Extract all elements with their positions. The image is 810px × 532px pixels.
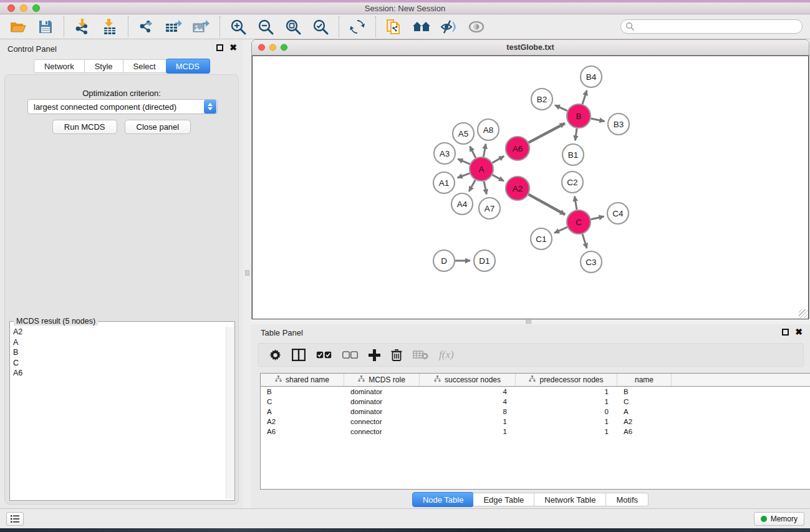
run-mcds-button[interactable]: Run MCDS — [52, 120, 117, 134]
graph-node-C2[interactable]: C2 — [562, 172, 583, 193]
zoom-network-button[interactable] — [281, 44, 287, 51]
task-history-button[interactable] — [6, 512, 24, 526]
graph-edge-C-C4[interactable] — [591, 216, 604, 220]
column-header-shared-name[interactable]: shared name — [261, 374, 344, 386]
graph-edge-A-A6[interactable] — [492, 156, 504, 163]
add-icon[interactable] — [369, 349, 380, 361]
open-file-icon[interactable] — [7, 17, 29, 37]
graph-node-A8[interactable]: A8 — [478, 119, 499, 140]
graph-edge-C-C1[interactable] — [554, 227, 567, 233]
show-hide-graphics-icon[interactable] — [438, 17, 460, 37]
result-list-item[interactable]: A2 — [11, 327, 226, 337]
table-cell[interactable]: dominator — [344, 407, 420, 417]
delete-table-icon[interactable] — [413, 350, 428, 360]
graph-node-B4[interactable]: B4 — [581, 66, 602, 87]
tab-select[interactable]: Select — [123, 59, 166, 73]
result-scrollbar[interactable] — [226, 327, 234, 499]
vertical-splitter[interactable] — [243, 39, 251, 508]
deselect-all-icon[interactable] — [342, 351, 358, 359]
import-table-icon[interactable] — [99, 17, 120, 37]
column-header-MCDS-role[interactable]: MCDS role — [344, 374, 420, 386]
network-window-titlebar[interactable]: testGlobe.txt — [252, 40, 809, 56]
memory-button[interactable]: Memory — [754, 512, 804, 526]
table-cell[interactable]: A — [261, 407, 344, 417]
table-cell[interactable]: C — [617, 397, 672, 407]
tab-mcds[interactable]: MCDS — [166, 59, 210, 74]
graph-node-C1[interactable]: C1 — [531, 228, 552, 249]
show-columns-icon[interactable] — [292, 349, 306, 361]
zoom-selected-icon[interactable] — [310, 17, 331, 37]
mcds-result-list[interactable]: A2ABCA6 — [11, 327, 226, 499]
delete-icon[interactable] — [391, 349, 402, 361]
table-cell[interactable]: A2 — [261, 417, 344, 427]
graph-edge-A-A3[interactable] — [458, 159, 470, 164]
level-of-detail-icon[interactable] — [466, 17, 487, 37]
duplicate-network-icon[interactable] — [383, 17, 405, 37]
table-cell[interactable]: dominator — [344, 387, 420, 397]
home-icon[interactable] — [411, 17, 432, 37]
table-cell[interactable]: B — [261, 387, 344, 397]
minimize-window-button[interactable] — [20, 4, 27, 12]
graph-edge-A-A8[interactable] — [483, 144, 486, 157]
table-cell[interactable]: 1 — [516, 417, 617, 427]
table-cell[interactable]: A6 — [261, 427, 344, 437]
close-table-panel-icon[interactable]: ✖ — [795, 329, 803, 336]
tab-network[interactable]: Network — [34, 59, 85, 73]
graph-edge-B-B2[interactable] — [555, 105, 567, 111]
table-cell[interactable]: A6 — [617, 427, 672, 437]
table-row[interactable]: Adominator80A — [261, 407, 810, 417]
zoom-window-button[interactable] — [32, 4, 40, 12]
result-list-item[interactable]: A6 — [11, 368, 226, 379]
minimize-network-button[interactable] — [269, 44, 276, 51]
graph-edge-C-C2[interactable] — [575, 196, 577, 210]
table-row[interactable]: A2connector11A2 — [261, 417, 810, 427]
search-input[interactable] — [635, 21, 802, 32]
column-header-name[interactable]: name — [617, 374, 672, 386]
column-header-successor-nodes[interactable]: successor nodes — [420, 374, 516, 386]
graph-edge-B-B4[interactable] — [582, 90, 587, 104]
table-cell[interactable]: A — [617, 407, 672, 417]
table-cell[interactable]: 4 — [420, 397, 516, 407]
float-table-panel-icon[interactable] — [782, 329, 789, 336]
close-window-button[interactable] — [7, 4, 15, 12]
graph-edge-A-A1[interactable] — [458, 173, 470, 178]
table-cell[interactable]: connector — [344, 427, 420, 437]
select-all-icon[interactable] — [316, 351, 332, 359]
table-cell[interactable]: 8 — [420, 407, 516, 417]
graph-node-C[interactable]: C — [567, 210, 591, 234]
graph-node-D1[interactable]: D1 — [474, 250, 495, 271]
graph-node-D[interactable]: D — [433, 250, 455, 271]
zoom-out-icon[interactable] — [255, 17, 276, 37]
network-canvas[interactable]: AA1A2A3A4A5A6A7A8BB1B2B3B4CC1C2C3C4DD1 — [252, 56, 809, 319]
tab-style[interactable]: Style — [85, 59, 123, 73]
graph-edge-A6-B[interactable] — [529, 123, 565, 143]
graph-node-A[interactable]: A — [470, 157, 493, 181]
table-cell[interactable]: 1 — [420, 417, 516, 427]
graph-node-B3[interactable]: B3 — [608, 114, 629, 135]
resize-grip-icon[interactable] — [799, 309, 808, 318]
table-cell[interactable]: B — [617, 387, 672, 397]
close-panel-icon[interactable]: ✖ — [229, 44, 237, 51]
tab-edge-table[interactable]: Edge Table — [473, 493, 534, 506]
table-cell[interactable]: 4 — [420, 387, 516, 397]
table-cell[interactable]: 1 — [516, 397, 617, 407]
zoom-fit-icon[interactable] — [282, 17, 304, 37]
graph-edge-B-B3[interactable] — [591, 118, 605, 121]
table-cell[interactable]: C — [261, 397, 344, 407]
save-session-icon[interactable] — [35, 17, 56, 37]
result-list-item[interactable]: A — [11, 337, 226, 348]
column-header-predecessor-nodes[interactable]: predecessor nodes — [516, 374, 617, 386]
table-settings-gear-icon[interactable] — [269, 349, 281, 361]
graph-node-A6[interactable]: A6 — [506, 137, 529, 160]
graph-edge-A-A5[interactable] — [470, 146, 476, 158]
table-row[interactable]: A6connector11A6 — [261, 427, 810, 437]
graph-node-A2[interactable]: A2 — [506, 177, 529, 200]
window-titlebar[interactable]: Session: New Session — [0, 2, 810, 14]
horizontal-splitter[interactable] — [251, 319, 810, 324]
graph-edge-A-A7[interactable] — [484, 181, 486, 195]
graph-node-C3[interactable]: C3 — [581, 251, 602, 273]
graph-node-A3[interactable]: A3 — [434, 143, 455, 164]
graph-node-A4[interactable]: A4 — [451, 193, 473, 215]
graph-edge-A-A2[interactable] — [493, 175, 504, 181]
graph-node-B[interactable]: B — [567, 104, 591, 128]
